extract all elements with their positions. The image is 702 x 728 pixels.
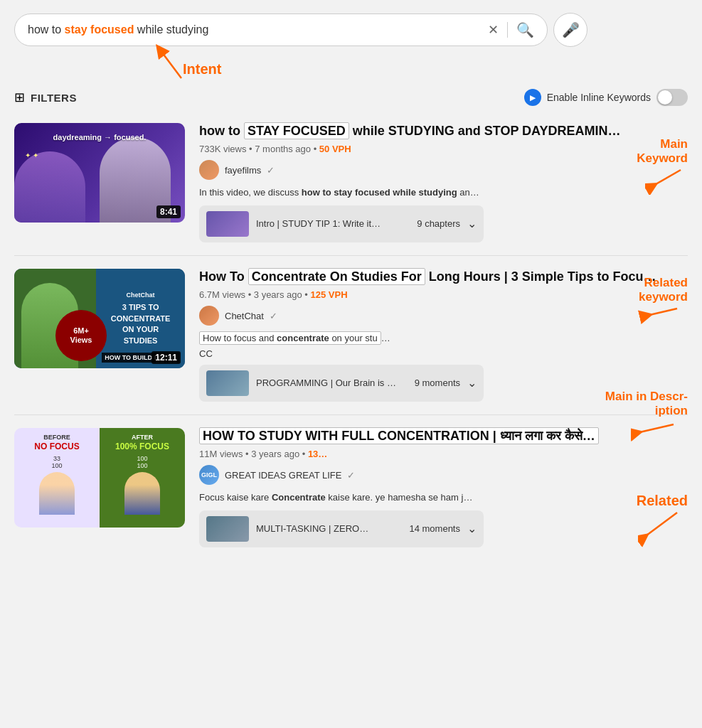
search-query-pre: how to bbox=[28, 23, 65, 36]
chapters-row-1[interactable]: Intro | STUDY TIP 1: Write it… 9 chapter… bbox=[199, 205, 484, 242]
chapter-text-2: PROGRAMMING | Our Brain is … bbox=[256, 378, 408, 388]
duration-badge-1: 8:41 bbox=[156, 205, 181, 218]
search-query-post: while studying bbox=[134, 23, 208, 36]
svg-line-2 bbox=[647, 309, 677, 316]
chapter-thumb-1 bbox=[206, 211, 249, 237]
duration-badge-2: 12:11 bbox=[151, 351, 181, 364]
video-meta-3: 11M views • 3 years ago • 13… bbox=[199, 449, 688, 459]
thumbnail-1[interactable]: daydreaming → focused. ✦ ✦ 8:41 bbox=[14, 123, 185, 223]
channel-name-2[interactable]: ChetChat bbox=[225, 311, 264, 321]
thumbnail-2[interactable]: ChetChat 3 TIPS TO CONCENTRATE ON YOUR S… bbox=[14, 269, 185, 368]
video-info-3: HOW TO STUDY WITH FULL CONCENTRATION | ध… bbox=[199, 428, 688, 547]
svg-line-0 bbox=[160, 50, 181, 78]
description-3: Focus kaise kare Concentrate kaise kare.… bbox=[199, 491, 688, 505]
verified-icon-1: ✓ bbox=[267, 165, 275, 176]
search-text: how to stay focused while studying bbox=[28, 23, 488, 36]
video-card-1: daydreaming → focused. ✦ ✦ 8:41 how to S… bbox=[14, 116, 688, 250]
chapter-count-1: 9 chapters bbox=[417, 218, 460, 229]
video-title-2[interactable]: How To Concentrate On Studies For Long H… bbox=[199, 269, 688, 285]
mic-button[interactable]: 🎤 bbox=[553, 13, 587, 47]
chapter-chevron-3[interactable]: ⌄ bbox=[467, 522, 477, 535]
results-container: daydreaming → focused. ✦ ✦ 8:41 how to S… bbox=[0, 116, 702, 555]
video-title-3[interactable]: HOW TO STUDY WITH FULL CONCENTRATION | ध… bbox=[199, 428, 688, 444]
toggle-switch[interactable] bbox=[656, 89, 688, 106]
search-divider bbox=[507, 22, 508, 38]
video-info-2: How To Concentrate On Studies For Long H… bbox=[199, 269, 688, 402]
chapters-row-3[interactable]: MULTI-TASKING | ZERO… 14 moments ⌄ bbox=[199, 510, 484, 547]
divider-1 bbox=[14, 255, 688, 256]
intent-label: Intent bbox=[183, 61, 221, 77]
search-box[interactable]: how to stay focused while studying ✕ 🔍 bbox=[14, 14, 548, 46]
svg-line-1 bbox=[652, 170, 681, 186]
video-title-1[interactable]: how to STAY FOCUSED while STUDYING and S… bbox=[199, 123, 688, 139]
video-info-1: how to STAY FOCUSED while STUDYING and S… bbox=[199, 123, 688, 242]
video-card-2: ChetChat 3 TIPS TO CONCENTRATE ON YOUR S… bbox=[14, 262, 688, 409]
video-meta-2: 6.7M views • 3 years ago • 125 VPH bbox=[199, 289, 688, 300]
channel-row-3: GIGL GREAT IDEAS GREAT LIFE ✓ bbox=[199, 465, 688, 485]
video-meta-1: 733K views • 7 months ago • 50 VPH bbox=[199, 144, 688, 154]
enable-keywords-label: Enable Inline Keywords bbox=[547, 92, 651, 103]
search-area: how to stay focused while studying ✕ 🔍 🎤… bbox=[0, 0, 702, 86]
divider-2 bbox=[14, 414, 688, 415]
search-query-highlight: stay focused bbox=[65, 23, 134, 36]
clear-icon[interactable]: ✕ bbox=[488, 22, 499, 38]
related-annotation: Related bbox=[637, 492, 688, 548]
channel-avatar-2 bbox=[199, 306, 219, 326]
main-keyword-annotation: Main Keyword bbox=[637, 137, 688, 195]
video-card-3: BEFORE NO FOCUS 33100 AFTER 100% FOCUS 1… bbox=[14, 421, 688, 555]
chapter-count-3: 14 moments bbox=[409, 523, 460, 534]
filters-row: ⊞ FILTERS ▶ Enable Inline Keywords bbox=[0, 86, 702, 116]
verified-icon-2: ✓ bbox=[270, 311, 277, 321]
description-2: How to focus and concentrate on your stu… bbox=[199, 331, 688, 346]
related-arrow bbox=[638, 509, 688, 548]
main-keyword-arrow bbox=[645, 166, 688, 195]
filters-label: FILTERS bbox=[31, 92, 77, 104]
enable-keywords-area: ▶ Enable Inline Keywords bbox=[524, 89, 688, 106]
thumbnail-3[interactable]: BEFORE NO FOCUS 33100 AFTER 100% FOCUS 1… bbox=[14, 428, 185, 528]
chapter-thumb-2 bbox=[206, 370, 249, 396]
chapters-row-2[interactable]: PROGRAMMING | Our Brain is … 9 moments ⌄ bbox=[199, 365, 484, 402]
filters-button[interactable]: ⊞ FILTERS bbox=[14, 90, 77, 105]
related-keyword-arrow bbox=[638, 305, 688, 341]
channel-name-1[interactable]: fayefilms bbox=[225, 165, 261, 176]
chapter-thumb-3 bbox=[206, 516, 249, 542]
intent-annotation: Intent bbox=[14, 47, 688, 86]
channel-name-3[interactable]: GREAT IDEAS GREAT LIFE bbox=[225, 470, 341, 481]
filters-icon: ⊞ bbox=[14, 90, 25, 105]
search-icon[interactable]: 🔍 bbox=[516, 21, 534, 38]
chapter-text-3: MULTI-TASKING | ZERO… bbox=[256, 523, 402, 534]
svg-line-4 bbox=[644, 513, 677, 537]
chapter-text-1: Intro | STUDY TIP 1: Write it… bbox=[256, 218, 410, 229]
chapter-chevron-2[interactable]: ⌄ bbox=[467, 376, 477, 390]
chapter-chevron-1[interactable]: ⌄ bbox=[467, 217, 477, 230]
search-row: how to stay focused while studying ✕ 🔍 🎤 bbox=[14, 13, 688, 47]
channel-row-1: fayefilms ✓ bbox=[199, 160, 688, 180]
chapter-count-2: 9 moments bbox=[415, 378, 460, 388]
related-keyword-annotation: Related keyword bbox=[638, 276, 688, 341]
description-1: In this video, we discuss how to stay fo… bbox=[199, 186, 688, 200]
plugin-icon: ▶ bbox=[524, 89, 541, 106]
channel-avatar-1 bbox=[199, 160, 219, 180]
channel-row-2: ChetChat ✓ bbox=[199, 306, 688, 326]
channel-avatar-3: GIGL bbox=[199, 465, 219, 485]
verified-icon-3: ✓ bbox=[347, 470, 355, 481]
